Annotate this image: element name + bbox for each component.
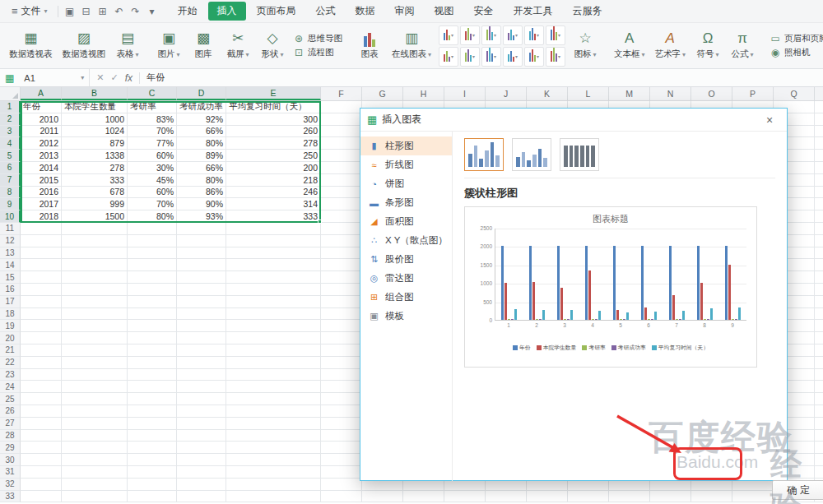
cell-D30[interactable] (177, 454, 226, 466)
cell-F28[interactable] (321, 430, 362, 442)
cell-E31[interactable] (226, 466, 321, 479)
dialog-sidebar-pie[interactable]: ◔饼图 (360, 174, 452, 193)
cell-F23[interactable] (321, 369, 362, 381)
cell-E22[interactable] (226, 357, 321, 369)
cell-F12[interactable] (321, 235, 362, 247)
redo-icon[interactable]: ↷ (128, 3, 144, 20)
col-header-E[interactable]: E (226, 87, 321, 100)
cell-D9[interactable]: 90% (177, 198, 226, 210)
chart-type-mini-3[interactable]: ▾ (503, 25, 523, 45)
cell-P33[interactable] (732, 491, 774, 503)
preview-icon[interactable]: ⊞ (95, 3, 111, 20)
ribbon-pivot-table-button[interactable]: ▦数据透视表 (5, 25, 57, 67)
chart-type-mini-6[interactable]: ▾ (439, 47, 458, 67)
cell-B5[interactable]: 1338 (62, 150, 128, 162)
col-header-O[interactable]: O (691, 87, 732, 100)
col-header-K[interactable]: K (527, 87, 568, 100)
cell-A24[interactable] (21, 381, 62, 393)
cell-C21[interactable] (128, 344, 177, 357)
print-icon[interactable]: ⊟ (78, 3, 95, 20)
row-header-24[interactable]: 24 (0, 381, 21, 393)
cell-D24[interactable] (177, 381, 226, 393)
ribbon-omega-button[interactable]: Ω符号▾ (691, 25, 724, 67)
cell-R10[interactable] (815, 210, 823, 223)
cell-C3[interactable]: 70% (128, 126, 177, 138)
row-header-10[interactable]: 10 (0, 210, 21, 223)
cell-B19[interactable] (62, 320, 128, 332)
cell-C12[interactable] (128, 235, 177, 247)
cell-A7[interactable]: 2015 (21, 174, 62, 187)
cell-F21[interactable] (321, 344, 362, 357)
col-header-F[interactable]: F (321, 87, 362, 100)
cell-C31[interactable] (128, 466, 177, 479)
cell-F19[interactable] (321, 320, 362, 332)
cell-F25[interactable] (321, 393, 362, 405)
cell-F3[interactable] (321, 126, 362, 138)
cell-E10[interactable]: 333 (226, 210, 321, 223)
cell-R15[interactable] (815, 271, 823, 284)
cell-C8[interactable]: 60% (128, 187, 177, 199)
cell-R18[interactable] (815, 308, 823, 321)
cell-N33[interactable] (650, 491, 691, 503)
cell-F9[interactable] (321, 198, 362, 210)
row-header-23[interactable]: 23 (0, 369, 21, 381)
row-header-7[interactable]: 7 (0, 174, 21, 187)
cell-D16[interactable] (177, 284, 226, 296)
ribbon-pi-button[interactable]: π公式▾ (726, 25, 759, 67)
cell-B2[interactable]: 1000 (62, 113, 128, 126)
tab-公式[interactable]: 公式 (307, 2, 345, 21)
cell-R20[interactable] (815, 332, 823, 344)
tab-安全[interactable]: 安全 (465, 2, 503, 21)
cell-R11[interactable] (815, 223, 823, 235)
cell-A21[interactable] (21, 344, 62, 357)
cell-F20[interactable] (321, 332, 362, 344)
row-header-22[interactable]: 22 (0, 357, 21, 369)
cell-A17[interactable] (21, 296, 62, 308)
cell-F29[interactable] (321, 442, 362, 454)
cell-D23[interactable] (177, 369, 226, 381)
row-header-17[interactable]: 17 (0, 296, 21, 308)
ribbon-gallery-button[interactable]: ▩图库 (187, 25, 220, 67)
cell-R25[interactable] (815, 393, 823, 405)
ribbon-chart-bars-button[interactable]: 图表 (353, 25, 386, 67)
cell-C19[interactable] (128, 320, 177, 332)
col-header-D[interactable]: D (177, 87, 226, 100)
cell-D29[interactable] (177, 442, 226, 454)
cell-A14[interactable] (21, 259, 62, 271)
cell-R22[interactable] (815, 357, 823, 369)
select-all-corner[interactable] (0, 87, 21, 100)
cell-B4[interactable]: 879 (62, 137, 128, 150)
row-header-9[interactable]: 9 (0, 198, 21, 210)
cell-C24[interactable] (128, 381, 177, 393)
cell-D22[interactable] (177, 357, 226, 369)
cell-D13[interactable] (177, 247, 226, 260)
row-header-29[interactable]: 29 (0, 442, 21, 454)
row-header-20[interactable]: 20 (0, 332, 21, 344)
formula-content[interactable]: 年份 (140, 72, 171, 84)
cell-E27[interactable] (226, 418, 321, 430)
cell-R1[interactable] (815, 101, 823, 113)
cell-B24[interactable] (62, 381, 128, 393)
ribbon-textbox-button[interactable]: A文本框▾ (610, 25, 649, 67)
cell-C16[interactable] (128, 284, 177, 296)
cell-D14[interactable] (177, 259, 226, 271)
col-header-I[interactable]: I (444, 87, 486, 100)
cell-R7[interactable] (815, 174, 823, 187)
cell-A1[interactable]: 年份 (21, 101, 62, 113)
cell-A18[interactable] (21, 308, 62, 321)
cell-A2[interactable]: 2010 (21, 113, 62, 126)
cell-A30[interactable] (21, 454, 62, 466)
cell-R13[interactable] (815, 247, 823, 260)
dialog-sidebar-column[interactable]: ▮柱形图 (360, 136, 452, 155)
cell-F10[interactable] (321, 210, 362, 223)
cell-A19[interactable] (21, 320, 62, 332)
row-header-28[interactable]: 28 (0, 430, 21, 442)
row-header-2[interactable]: 2 (0, 113, 21, 126)
cell-B28[interactable] (62, 430, 128, 442)
cell-D21[interactable] (177, 344, 226, 357)
cell-F1[interactable] (321, 101, 362, 113)
cell-F26[interactable] (321, 405, 362, 418)
chart-type-mini-0[interactable]: ▾ (439, 25, 458, 45)
col-header-R[interactable]: R (815, 87, 823, 100)
cell-A9[interactable]: 2017 (21, 198, 62, 210)
